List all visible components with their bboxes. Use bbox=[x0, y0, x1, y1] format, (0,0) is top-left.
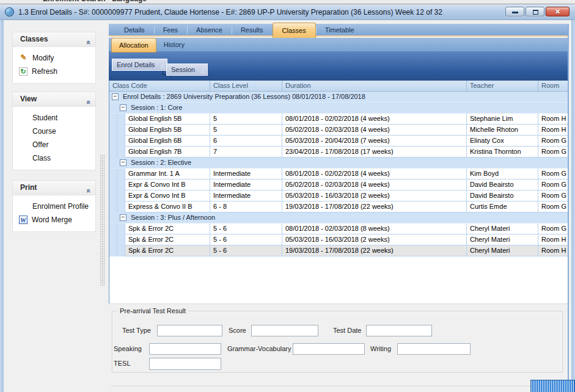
speaking-label: Speaking bbox=[114, 345, 142, 352]
column-header-class-code[interactable]: Class Code bbox=[109, 81, 210, 91]
row-indent bbox=[117, 125, 125, 136]
collapse-chevron-icon[interactable]: « bbox=[81, 100, 95, 104]
test-date-field[interactable] bbox=[366, 325, 432, 336]
group-row-session-1[interactable]: −Session : 1: Core bbox=[109, 103, 568, 114]
cell-teacher: David Beairsto bbox=[467, 191, 538, 201]
tab-fees[interactable]: Fees bbox=[154, 24, 187, 37]
app-icon bbox=[5, 7, 14, 16]
sidebar-item-student[interactable]: Student bbox=[13, 111, 95, 125]
score-field[interactable] bbox=[251, 325, 318, 336]
group-row-label: Session : 3: Plus / Afternoon bbox=[131, 212, 215, 223]
taskbar-fragment bbox=[530, 380, 575, 392]
collapse-chevron-icon[interactable]: « bbox=[81, 40, 95, 45]
sidebar-item-word-merge[interactable]: WWord Merge bbox=[13, 213, 95, 227]
column-header-class-level[interactable]: Class Level bbox=[210, 81, 282, 91]
column-header-room[interactable]: Room bbox=[538, 81, 568, 91]
groupby-enrol-details-label: Enrol Details bbox=[117, 61, 155, 68]
row-indent bbox=[117, 114, 125, 125]
sidebar-item-course[interactable]: Course bbox=[13, 125, 95, 138]
main-panel: DetailsFeesAbsenceResultsClassesTimetabl… bbox=[109, 24, 569, 392]
pre-arrival-panel: Pre-arrival Test Result Test TypeScoreTe… bbox=[109, 303, 568, 379]
sidebar-group-header-view[interactable]: View« bbox=[13, 92, 95, 107]
groupby-session-button[interactable]: Session △ bbox=[166, 64, 208, 76]
group-row-session-2[interactable]: −Session : 2: Elective bbox=[109, 158, 568, 169]
sidebar-group-header-print[interactable]: Print« bbox=[13, 181, 95, 195]
sidebar-item-refresh[interactable]: ↻Refresh bbox=[13, 65, 95, 78]
class-row[interactable]: Expr & Convo Int BIntermediate05/03/2018… bbox=[109, 191, 568, 201]
window-controls: ✕ bbox=[505, 7, 570, 16]
collapse-box-icon[interactable]: − bbox=[120, 159, 126, 166]
cell-class-level: 5 bbox=[210, 125, 282, 136]
row-indent bbox=[109, 180, 117, 191]
minimize-button[interactable] bbox=[505, 7, 524, 16]
class-row[interactable]: Express & Convo II B6 - 819/03/2018 - 17… bbox=[109, 201, 568, 212]
window-border-right bbox=[571, 4, 575, 392]
row-indent bbox=[109, 191, 117, 201]
sidebar-item-modify[interactable]: ✎Modify bbox=[13, 51, 95, 65]
tesl-field[interactable] bbox=[149, 358, 221, 370]
column-header-teacher[interactable]: Teacher bbox=[467, 81, 538, 91]
class-row[interactable]: Global English 5B508/01/2018 - 02/02/201… bbox=[109, 114, 568, 125]
titlebar[interactable]: 1.3 Enrol Details - S#: 0000009977 Prude… bbox=[0, 4, 575, 20]
cell-duration: 08/01/2018 - 02/03/2018 (8 weeks) bbox=[282, 223, 467, 234]
tab-results[interactable]: Results bbox=[232, 24, 273, 37]
class-row[interactable]: Spk & Error 2C5 - 608/01/2018 - 02/03/20… bbox=[109, 223, 568, 234]
collapse-chevron-icon[interactable]: « bbox=[81, 189, 95, 193]
group-row-session-3[interactable]: −Session : 3: Plus / Afternoon bbox=[109, 212, 568, 223]
close-button[interactable]: ✕ bbox=[546, 7, 570, 16]
cell-room: Room G - bbox=[538, 169, 568, 180]
class-row[interactable]: Global English 6B605/03/2018 - 20/04/201… bbox=[109, 136, 568, 147]
cell-room: Room H - bbox=[538, 245, 568, 256]
class-row[interactable]: Expr & Convo Int BIntermediate05/02/2018… bbox=[109, 180, 568, 191]
group-row-enrol-details[interactable]: −Enrol Details : 2869 University Prepara… bbox=[109, 92, 568, 103]
row-indent bbox=[109, 245, 117, 256]
background-window-title: Enrolment Search - Language bbox=[43, 0, 147, 3]
subtab-allocation[interactable]: Allocation bbox=[111, 38, 156, 53]
column-header-duration[interactable]: Duration bbox=[282, 81, 467, 91]
row-indent bbox=[109, 201, 117, 212]
sidebar-group-header-classes[interactable]: Classes« bbox=[13, 32, 95, 47]
writing-field[interactable] bbox=[397, 343, 471, 355]
class-row[interactable]: Spk & Error 2C5 - 605/03/2018 - 16/03/20… bbox=[109, 234, 568, 245]
group-row-label: Enrol Details : 2869 University Preparat… bbox=[123, 92, 365, 102]
sidebar-group-items: ✎Modify↻Refresh bbox=[13, 47, 95, 83]
tab-absence[interactable]: Absence bbox=[187, 24, 232, 37]
subtabstrip: AllocationHistory bbox=[109, 38, 568, 51]
subtab-history[interactable]: History bbox=[156, 38, 192, 51]
sidebar-item-enrolment-profile[interactable]: Enrolment Profile bbox=[13, 200, 95, 213]
tab-details[interactable]: Details bbox=[115, 24, 154, 37]
class-row[interactable]: Global English 7B723/04/2018 - 17/08/201… bbox=[109, 147, 568, 158]
grammar-vocabulary-field[interactable] bbox=[293, 343, 365, 355]
tab-timetable[interactable]: Timetable bbox=[316, 24, 364, 37]
test-date-label: Test Date bbox=[333, 327, 361, 334]
sidebar-item-label: Enrolment Profile bbox=[32, 202, 89, 211]
test-type-field[interactable] bbox=[157, 325, 222, 336]
class-row[interactable]: Spk & Error 2C5 - 619/03/2018 - 17/08/20… bbox=[109, 245, 568, 256]
cell-duration: 23/04/2018 - 17/08/2018 (17 weeks) bbox=[282, 147, 467, 158]
sidebar-group-items: StudentCourseOfferClass bbox=[13, 107, 95, 170]
cell-class-code: Global English 5B bbox=[125, 114, 210, 125]
tesl-label: TESL bbox=[114, 360, 131, 367]
cell-teacher: Michelle Rhoton bbox=[467, 125, 538, 136]
class-row[interactable]: Grammar Int. 1 AIntermediate08/01/2018 -… bbox=[109, 169, 568, 180]
collapse-box-icon[interactable]: − bbox=[120, 104, 126, 111]
fieldset-legend: Pre-arrival Test Result bbox=[117, 307, 188, 314]
maximize-button[interactable] bbox=[526, 7, 544, 16]
collapse-box-icon[interactable]: − bbox=[112, 93, 119, 100]
sidebar-item-offer[interactable]: Offer bbox=[13, 138, 95, 151]
collapse-box-icon[interactable]: − bbox=[120, 214, 126, 221]
cell-duration: 08/01/2018 - 02/02/2018 (4 weeks) bbox=[282, 169, 467, 180]
sidebar-item-class[interactable]: Class bbox=[13, 151, 95, 165]
class-row[interactable]: Global English 5B505/02/2018 - 02/03/201… bbox=[109, 125, 568, 136]
tab-classes[interactable]: Classes bbox=[273, 23, 316, 38]
writing-label: Writing bbox=[370, 345, 391, 352]
minimize-icon bbox=[512, 12, 518, 13]
speaking-field[interactable] bbox=[149, 343, 221, 355]
splitter[interactable] bbox=[100, 154, 105, 286]
edit-icon: ✎ bbox=[19, 54, 28, 62]
row-indent bbox=[109, 223, 117, 234]
row-indent bbox=[117, 180, 125, 191]
groupby-enrol-details-button[interactable]: Enrol Details △ bbox=[112, 59, 167, 71]
row-indent bbox=[109, 114, 117, 125]
row-indent bbox=[117, 201, 125, 212]
